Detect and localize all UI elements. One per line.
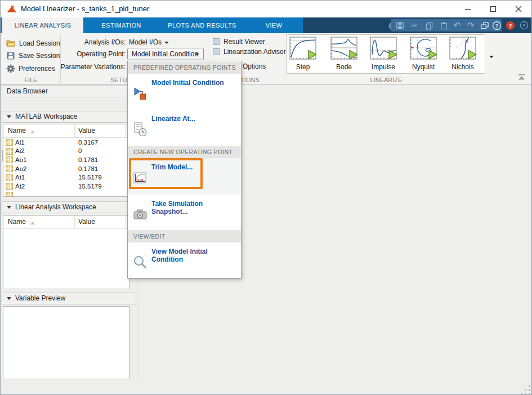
support-help-icon[interactable]: ?	[505, 20, 515, 30]
workspace-row[interactable]: Ao1 0.1781	[3, 155, 129, 164]
qat-dropdown-icon[interactable]	[519, 20, 529, 30]
menu-item-take-simulation-snapshot[interactable]: Take Simulation Snapshot...	[128, 195, 241, 230]
analysis-ios-label: Analysis I/Os:	[53, 38, 126, 47]
linearization-advisor-checkbox[interactable]	[213, 48, 220, 55]
data-browser-panel: Data Browser MATLAB Workspace Name Value…	[1, 85, 137, 395]
copy-icon[interactable]	[424, 20, 434, 30]
window-title: Model Linearizer - s_tanks_1_pid_tuner	[21, 1, 149, 17]
result-viewer-checkbox[interactable]	[213, 38, 220, 45]
workspace-row[interactable]: At1 15.5179	[3, 173, 129, 182]
close-button[interactable]	[506, 1, 531, 17]
result-viewer-label: Result Viewer	[223, 38, 265, 46]
menu-item-model-initial-condition[interactable]: Model Initial Condition	[128, 74, 241, 110]
operating-point-label: Operating Point:	[53, 50, 126, 59]
workspace-row[interactable]: Ai2 0	[3, 147, 129, 156]
column-separator[interactable]	[74, 216, 75, 228]
impulse-plot-button[interactable]: Impulse	[364, 35, 403, 75]
title-bar: Model Linearizer - s_tanks_1_pid_tuner	[1, 1, 532, 17]
model-initial-condition-icon	[133, 86, 147, 101]
step-plot-button[interactable]: Step	[283, 35, 323, 75]
close-icon	[515, 6, 522, 12]
undo-icon[interactable]: ↶	[452, 20, 462, 30]
layout-windows-icon[interactable]	[480, 20, 490, 30]
matrix-variable-icon	[6, 156, 13, 163]
nyquist-plot-button[interactable]: Nyquist	[404, 35, 443, 75]
gallery-dropdown-button[interactable]	[489, 51, 494, 61]
value-column-header[interactable]: Value	[78, 218, 95, 226]
nichols-plot-label: Nichols	[443, 63, 482, 71]
nichols-plot-button[interactable]: Nichols	[443, 35, 482, 75]
preferences-button[interactable]: Preferences	[6, 63, 55, 74]
table-header: Name Value	[3, 124, 129, 138]
run-play-icon	[467, 50, 477, 60]
sort-ascending-icon	[30, 222, 35, 225]
workspace-row[interactable]: At2 15.5179	[3, 182, 129, 191]
menu-section-header: CREATE NEW OPERATING POINT	[128, 146, 241, 158]
paste-icon[interactable]	[439, 20, 449, 30]
help-icon[interactable]: ?	[491, 20, 502, 30]
linear-analysis-workspace-header[interactable]: Linear Analysis Workspace	[2, 201, 136, 213]
ribbon: Load Session Save Session Preferences FI…	[1, 33, 532, 85]
operating-point-dropdown[interactable]: Model Initial Condition	[127, 48, 204, 60]
operating-point-menu: PREDEFINED OPERATING POINTS Model Initia…	[127, 61, 242, 279]
minimize-button[interactable]	[455, 1, 480, 17]
name-column-header[interactable]: Name	[8, 127, 26, 134]
result-viewer-checkbox-row[interactable]: Result Viewer	[213, 37, 265, 46]
svg-text:?: ?	[508, 23, 512, 29]
column-separator[interactable]	[74, 124, 75, 137]
tab-linear-analysis[interactable]: LINEAR ANALYSIS	[2, 17, 83, 33]
linearization-advisor-checkbox-row[interactable]: Linearization Advisor	[213, 47, 286, 56]
column-separator[interactable]	[125, 124, 126, 137]
matrix-variable-icon	[6, 174, 13, 181]
linearization-advisor-label: Linearization Advisor	[223, 48, 286, 56]
collapse-ribbon-icon[interactable]	[517, 74, 526, 80]
linearize-section-label: LINEARIZE	[350, 76, 423, 84]
workspace-row-partial[interactable]	[3, 191, 129, 197]
tab-estimation[interactable]: ESTIMATION	[83, 17, 159, 33]
chevron-down-icon	[164, 42, 169, 44]
linearize-at-icon	[133, 122, 147, 137]
matlab-logo-icon	[7, 4, 17, 14]
nyquist-plot-label: Nyquist	[404, 63, 443, 71]
workspace-row[interactable]: Ai1 0.3167	[3, 138, 129, 147]
load-session-button[interactable]: Load Session	[6, 38, 60, 49]
workspace-row[interactable]: Ao2 0.1781	[3, 164, 129, 173]
svg-text:?: ?	[495, 23, 498, 29]
analysis-ios-dropdown[interactable]: Model I/Os	[129, 38, 169, 47]
gear-icon	[6, 64, 15, 73]
parameter-variations-label: Parameter Variations:	[53, 62, 126, 71]
open-folder-icon	[6, 39, 16, 47]
menu-item-view-model-initial-condition[interactable]: View Model Initial Condition	[128, 243, 241, 279]
column-separator[interactable]	[125, 216, 126, 228]
trim-model-icon: dx=0	[133, 170, 147, 185]
matlab-workspace-header[interactable]: MATLAB Workspace	[2, 111, 136, 123]
chevron-down-icon	[195, 53, 199, 56]
tab-view[interactable]: VIEW	[245, 17, 303, 33]
run-play-icon	[307, 50, 318, 60]
ribbon-tab-strip: LINEAR ANALYSIS ESTIMATION PLOTS AND RES…	[1, 17, 532, 33]
matrix-variable-icon	[6, 183, 13, 190]
save-session-button[interactable]: Save Session	[6, 50, 60, 61]
maximize-button[interactable]	[481, 1, 506, 17]
sort-ascending-icon	[30, 131, 35, 133]
menu-item-trim-model[interactable]: Trim Model... dx=0	[128, 158, 241, 195]
camera-snapshot-icon	[133, 207, 147, 222]
redo-icon[interactable]: ↷	[466, 20, 476, 30]
magnifier-icon	[133, 255, 147, 270]
bode-plot-button[interactable]: Bode	[324, 35, 364, 75]
collapse-triangle-icon	[7, 297, 11, 300]
step-plot-label: Step	[283, 63, 323, 71]
collapse-triangle-icon	[7, 206, 11, 209]
value-column-header[interactable]: Value	[78, 127, 95, 134]
run-play-icon	[428, 50, 438, 60]
matrix-variable-icon	[6, 148, 13, 155]
tab-plots-and-results[interactable]: PLOTS AND RESULTS	[159, 17, 245, 33]
linear-analysis-workspace-table: Name Value	[3, 215, 129, 289]
menu-section-header: VIEW/EDIT	[128, 230, 241, 243]
menu-item-linearize-at[interactable]: Linearize At...	[128, 110, 241, 146]
options-button[interactable]: Options	[243, 62, 266, 70]
name-column-header[interactable]: Name	[8, 218, 26, 226]
save-icon[interactable]	[395, 20, 405, 30]
variable-preview-header[interactable]: Variable Preview	[2, 293, 136, 304]
cut-icon[interactable]: ✂	[409, 20, 419, 30]
